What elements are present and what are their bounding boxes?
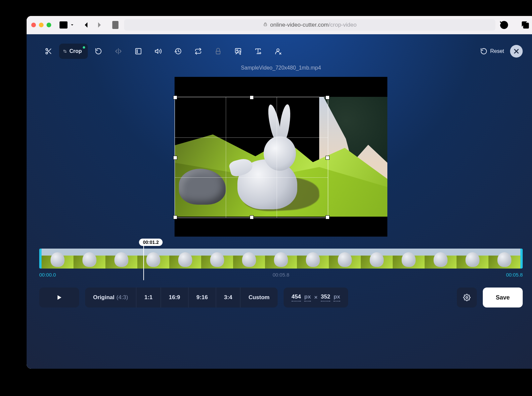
traffic-light-zoom[interactable] xyxy=(47,23,51,27)
svg-rect-2 xyxy=(112,21,119,29)
svg-line-13 xyxy=(47,50,49,51)
svg-rect-5 xyxy=(264,24,266,26)
bottom-bar: Original (4:3) 1:1 16:9 9:16 3:4 Custom … xyxy=(39,288,523,307)
crop-tool[interactable]: Crop xyxy=(59,44,88,59)
remove-logo-tool[interactable] xyxy=(269,44,287,59)
crop-height-unit[interactable]: px xyxy=(333,294,340,301)
timeline-track[interactable] xyxy=(39,249,523,269)
svg-point-17 xyxy=(137,50,137,50)
flip-tool[interactable] xyxy=(109,44,128,59)
speed-tool[interactable] xyxy=(169,44,188,59)
svg-marker-18 xyxy=(155,49,158,54)
nav-forward-icon xyxy=(94,20,105,30)
browser-chrome: online-video-cutter.com/crop-video xyxy=(27,16,532,34)
save-button[interactable]: Save xyxy=(483,288,523,307)
crop-width-unit[interactable]: px xyxy=(304,294,311,301)
ratio-9-16[interactable]: 9:16 xyxy=(188,288,216,307)
settings-button[interactable] xyxy=(457,288,477,307)
app-body: Crop xyxy=(27,34,532,369)
svg-rect-14 xyxy=(136,49,141,54)
crop-handle-sw[interactable] xyxy=(173,215,177,219)
svg-point-20 xyxy=(236,50,238,51)
nav-back-icon[interactable] xyxy=(81,20,91,30)
dimensions-display[interactable]: 454 px × 352 px xyxy=(284,288,348,307)
active-indicator-icon xyxy=(83,46,85,49)
crop-handle-s[interactable] xyxy=(250,215,254,219)
ratio-3-4[interactable]: 3:4 xyxy=(216,288,240,307)
crop-tool-label: Crop xyxy=(69,48,82,54)
crop-handle-ne[interactable] xyxy=(326,96,330,99)
resize-tool[interactable] xyxy=(129,44,148,59)
time-start-label: 00:00.0 xyxy=(39,272,56,278)
svg-rect-0 xyxy=(60,21,67,28)
lock-icon xyxy=(263,22,268,28)
add-text-tool[interactable] xyxy=(249,44,267,59)
reader-icon[interactable] xyxy=(110,20,121,30)
video-preview[interactable] xyxy=(175,77,387,237)
playhead-time-label: 00:01.2 xyxy=(139,239,163,246)
crop-handle-se[interactable] xyxy=(326,215,330,219)
timeline-labels: 00:00.0 00:05.8 00:05.8 xyxy=(39,272,523,278)
crop-handle-nw[interactable] xyxy=(173,96,177,99)
sidebar-toggle-icon[interactable] xyxy=(58,20,69,30)
crop-handle-w[interactable] xyxy=(173,156,177,160)
cut-tool[interactable] xyxy=(39,44,58,59)
loop-tool[interactable] xyxy=(189,44,207,59)
play-button[interactable] xyxy=(39,288,79,307)
reset-label: Reset xyxy=(490,48,504,54)
stabilize-tool[interactable] xyxy=(209,44,227,59)
playhead[interactable] xyxy=(143,246,144,280)
reload-icon[interactable] xyxy=(499,20,509,30)
crop-height-value[interactable]: 352 xyxy=(321,294,330,301)
sidebar-menu-chevron-icon[interactable] xyxy=(69,20,75,30)
time-mid-label: 00:05.8 xyxy=(273,272,289,278)
crop-width-value[interactable]: 454 xyxy=(292,294,301,301)
dimension-separator-icon: × xyxy=(314,294,318,301)
ratio-16-9[interactable]: 16:9 xyxy=(161,288,188,307)
aspect-ratio-group: Original (4:3) 1:1 16:9 9:16 3:4 Custom xyxy=(85,288,278,307)
filename-label: SampleVideo_720x480_1mb.mp4 xyxy=(39,65,523,71)
address-bar[interactable]: online-video-cutter.com/crop-video xyxy=(124,19,495,31)
url-host: online-video-cutter.com xyxy=(270,22,329,28)
crop-handle-n[interactable] xyxy=(250,96,254,99)
new-tab-icon[interactable] xyxy=(509,20,520,30)
timeline[interactable]: 00:01.2 xyxy=(39,249,523,278)
svg-point-16 xyxy=(137,51,137,52)
browser-window: online-video-cutter.com/crop-video xyxy=(27,16,532,369)
svg-point-27 xyxy=(277,49,279,51)
save-label: Save xyxy=(496,294,510,301)
crop-rectangle[interactable] xyxy=(175,97,328,218)
ratio-custom[interactable]: Custom xyxy=(240,288,277,307)
svg-point-33 xyxy=(466,297,468,298)
svg-line-12 xyxy=(49,52,51,54)
svg-marker-32 xyxy=(58,295,62,299)
reset-button[interactable]: Reset xyxy=(480,48,504,55)
ratio-original[interactable]: Original (4:3) xyxy=(85,288,136,307)
crop-handle-e[interactable] xyxy=(326,156,330,160)
close-button[interactable] xyxy=(510,45,523,58)
traffic-light-minimize[interactable] xyxy=(39,23,44,27)
traffic-light-close[interactable] xyxy=(31,23,36,27)
ratio-1-1[interactable]: 1:1 xyxy=(136,288,161,307)
svg-point-15 xyxy=(137,52,137,53)
volume-tool[interactable] xyxy=(149,44,168,59)
tool-bar: Crop xyxy=(39,44,523,59)
add-image-tool[interactable] xyxy=(229,44,247,59)
time-end-label: 00:05.8 xyxy=(506,272,523,278)
url-path: /crop-video xyxy=(329,22,356,28)
tab-overview-icon[interactable] xyxy=(520,20,531,30)
rotate-tool[interactable] xyxy=(89,44,108,59)
